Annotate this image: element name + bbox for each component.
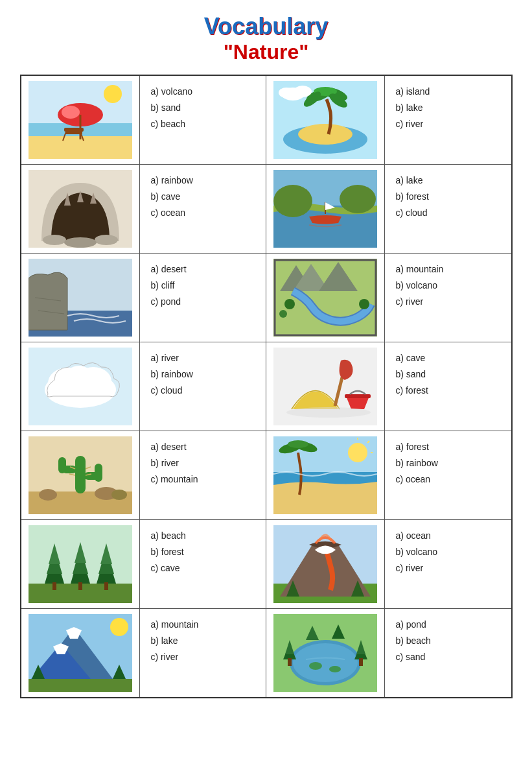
options-text-2-right: a) lake b) forest c) cloud — [395, 172, 428, 222]
options-text-7-left: a) mountain b) lake c) river — [150, 617, 198, 666]
options-text-1-right: a) island b) lake c) river — [395, 84, 430, 133]
options-text-6-right: a) ocean b) volcano c) river — [395, 528, 437, 577]
title-line2: "Nature" — [204, 40, 328, 64]
svg-point-20 — [294, 86, 312, 97]
svg-rect-103 — [29, 679, 132, 692]
image-cell-lake — [266, 165, 386, 253]
image-cell-sand — [266, 342, 386, 431]
options-text-3-right: a) mountain b) volcano c) river — [395, 261, 443, 311]
svg-point-25 — [64, 237, 97, 248]
grid-row-5: a) desert b) river c) mountain — [21, 431, 511, 520]
image-cell-mountain — [21, 609, 141, 697]
svg-rect-63 — [58, 457, 66, 473]
options-cell-1-left: a) volcano b) sand c) beach — [140, 76, 266, 164]
options-text-6-left: a) beach b) forest c) cave — [150, 528, 185, 577]
options-cell-1-right: a) island b) lake c) river — [385, 76, 511, 164]
image-cell-island — [266, 76, 386, 164]
svg-point-55 — [286, 407, 371, 418]
svg-point-31 — [273, 185, 312, 217]
svg-rect-8 — [65, 132, 82, 134]
svg-rect-88 — [78, 582, 82, 590]
options-text-4-right: a) cave b) sand c) forest — [395, 350, 428, 399]
options-cell-4-right: a) cave b) sand c) forest — [385, 342, 511, 431]
options-text-4-left: a) river b) rainbow c) cloud — [150, 350, 192, 399]
grid-row-2: a) rainbow b) cave c) ocean — [21, 165, 511, 254]
options-cell-5-right: a) forest b) rainbow c) ocean — [385, 431, 511, 519]
svg-rect-61 — [75, 456, 86, 493]
title-line1: Vocabulary — [204, 13, 328, 40]
svg-point-59 — [111, 490, 127, 500]
image-cell-cliff — [21, 254, 141, 342]
svg-point-51 — [65, 366, 93, 392]
grid-row-1: a) volcano b) sand c) beach — [21, 76, 511, 165]
options-cell-2-right: a) lake b) forest c) cloud — [385, 165, 511, 253]
options-text-5-right: a) forest b) rainbow c) ocean — [395, 439, 437, 488]
svg-rect-84 — [52, 582, 56, 590]
image-cell-river-map — [266, 254, 386, 342]
options-text-2-left: a) rainbow b) cave c) ocean — [150, 172, 192, 222]
svg-point-13 — [298, 124, 353, 145]
options-cell-3-right: a) mountain b) volcano c) river — [385, 254, 511, 342]
image-cell-cloud — [21, 342, 141, 431]
svg-rect-39 — [273, 259, 377, 337]
image-cell-beach-ocean — [266, 431, 386, 519]
page-title: Vocabulary "Nature" — [204, 13, 328, 64]
svg-point-5 — [62, 106, 80, 119]
options-text-5-left: a) desert b) river c) mountain — [150, 439, 198, 488]
svg-point-24 — [95, 235, 118, 245]
svg-point-44 — [359, 299, 369, 309]
svg-point-72 — [348, 443, 367, 462]
grid-row-4: a) river b) rainbow c) cloud — [21, 342, 511, 431]
options-cell-5-left: a) desert b) river c) mountain — [140, 431, 266, 519]
grid-row-7: a) mountain b) lake c) river — [21, 609, 511, 697]
svg-rect-54 — [345, 394, 371, 398]
svg-point-116 — [329, 666, 341, 672]
options-cell-2-left: a) rainbow b) cave c) ocean — [140, 165, 266, 253]
svg-rect-65 — [95, 464, 102, 482]
svg-point-21 — [279, 88, 294, 98]
grid-row-6: a) beach b) forest c) cave — [21, 520, 511, 609]
options-cell-4-left: a) river b) rainbow c) cloud — [140, 342, 266, 431]
svg-point-108 — [293, 643, 358, 682]
svg-rect-7 — [64, 128, 84, 132]
svg-rect-92 — [104, 582, 108, 590]
svg-point-43 — [284, 299, 295, 309]
image-cell-pond — [266, 609, 386, 697]
options-cell-6-right: a) ocean b) volcano c) river — [385, 520, 511, 608]
svg-rect-118 — [359, 658, 363, 666]
svg-point-60 — [39, 489, 57, 501]
svg-point-3 — [104, 85, 122, 103]
svg-point-45 — [279, 310, 287, 318]
image-cell-volcano — [266, 520, 386, 608]
svg-rect-117 — [288, 658, 292, 666]
svg-point-32 — [340, 185, 376, 213]
vocabulary-grid: a) volcano b) sand c) beach — [20, 75, 513, 698]
image-cell-cactus — [21, 431, 141, 519]
svg-point-115 — [309, 662, 322, 670]
svg-point-23 — [43, 235, 66, 245]
grid-row-3: a) desert b) cliff c) pond — [21, 254, 511, 342]
image-cell-beach — [21, 76, 141, 164]
svg-point-78 — [288, 440, 308, 448]
options-cell-3-left: a) desert b) cliff c) pond — [140, 254, 266, 342]
image-cell-cave — [21, 165, 141, 253]
options-text-3-left: a) desert b) cliff c) pond — [150, 261, 186, 311]
options-cell-6-left: a) beach b) forest c) cave — [140, 520, 266, 608]
options-text-7-right: a) pond b) beach c) sand — [395, 617, 430, 666]
svg-point-98 — [110, 618, 128, 636]
options-cell-7-left: a) mountain b) lake c) river — [140, 609, 266, 697]
options-cell-7-right: a) pond b) beach c) sand — [385, 609, 511, 697]
image-cell-forest — [21, 520, 141, 608]
options-text-1-left: a) volcano b) sand c) beach — [150, 84, 192, 133]
